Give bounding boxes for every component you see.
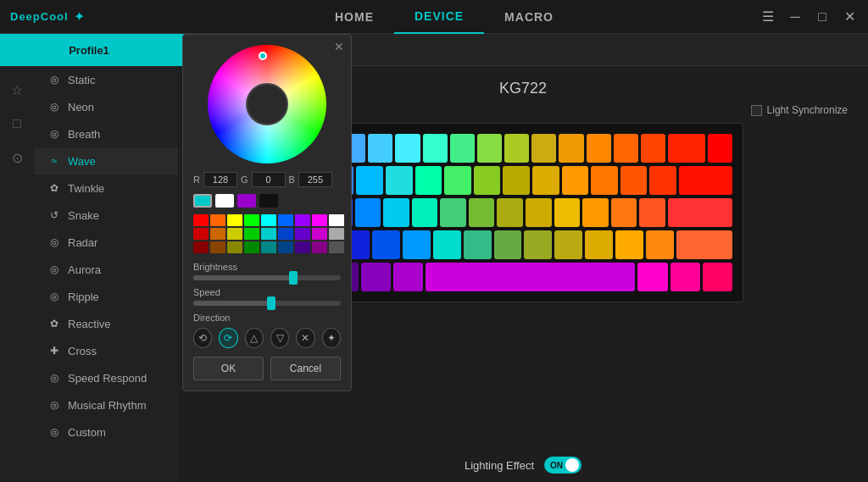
palette-cell[interactable] <box>278 214 293 226</box>
dir-btn-clockwise[interactable]: ⟳ <box>219 328 237 348</box>
key[interactable] <box>395 134 420 163</box>
key[interactable] <box>585 230 613 259</box>
palette-cell[interactable] <box>261 228 276 240</box>
palette-cell[interactable] <box>227 228 242 240</box>
lighting-toggle[interactable]: ON <box>544 457 581 474</box>
key[interactable] <box>532 166 559 195</box>
palette-cell[interactable] <box>295 214 310 226</box>
dir-btn-down[interactable]: ▽ <box>270 328 289 348</box>
sidebar-item-neon[interactable]: ◎ Neon <box>34 93 178 120</box>
key[interactable] <box>637 263 667 291</box>
key[interactable] <box>497 198 523 227</box>
key[interactable] <box>503 166 530 195</box>
palette-cell[interactable] <box>278 228 293 240</box>
palette-cell[interactable] <box>244 214 259 226</box>
key[interactable] <box>383 198 409 227</box>
key[interactable] <box>386 166 413 195</box>
dir-btn-cancel[interactable]: ✕ <box>296 328 314 348</box>
palette-cell[interactable] <box>329 241 344 253</box>
brightness-thumb[interactable] <box>289 271 298 285</box>
key[interactable] <box>559 134 583 163</box>
key[interactable] <box>433 230 461 259</box>
palette-cell[interactable] <box>329 228 344 240</box>
dialog-close-button[interactable]: ✕ <box>334 40 344 53</box>
key[interactable] <box>469 198 495 227</box>
key[interactable] <box>393 263 423 291</box>
sidebar-item-aurora[interactable]: ◎ Aurora <box>34 256 178 283</box>
nav-macro[interactable]: MACRO <box>484 0 574 34</box>
close-button[interactable]: ✕ <box>841 8 858 25</box>
key[interactable] <box>356 166 383 195</box>
key[interactable] <box>524 230 552 259</box>
g-input[interactable] <box>252 172 286 187</box>
key[interactable] <box>464 230 492 259</box>
dir-btn-custom[interactable]: ✦ <box>322 328 341 348</box>
key[interactable] <box>494 230 522 259</box>
sidebar-item-cross[interactable]: ✚ Cross <box>34 337 178 364</box>
key[interactable] <box>708 134 732 163</box>
light-sync-checkbox[interactable] <box>751 105 762 116</box>
sidebar-item-radar[interactable]: ◎ Radar <box>34 229 178 256</box>
sidebar-item-musical-rhythm[interactable]: ◎ Musical Rhythm <box>34 391 178 418</box>
sidebar-item-snake[interactable]: ↺ Snake <box>34 202 178 229</box>
key-spacebar[interactable] <box>426 263 635 291</box>
palette-cell[interactable] <box>227 241 242 253</box>
key[interactable] <box>679 166 732 195</box>
palette-cell[interactable] <box>244 228 259 240</box>
color-wheel[interactable] <box>208 45 326 163</box>
palette-cell[interactable] <box>210 241 225 253</box>
brightness-track[interactable] <box>193 275 341 280</box>
speed-thumb[interactable] <box>267 296 275 310</box>
palette-cell[interactable] <box>329 214 344 226</box>
key[interactable] <box>361 263 391 291</box>
sidebar-item-ripple[interactable]: ◎ Ripple <box>34 283 178 310</box>
palette-cell[interactable] <box>295 228 310 240</box>
key[interactable] <box>703 263 732 291</box>
preset-swatch-black[interactable] <box>259 194 278 208</box>
b-input[interactable] <box>298 172 332 187</box>
key[interactable] <box>554 230 582 259</box>
key[interactable] <box>450 134 475 163</box>
palette-cell[interactable] <box>261 214 276 226</box>
palette-cell[interactable] <box>210 228 225 240</box>
nav-home[interactable]: HOME <box>314 0 394 34</box>
key[interactable] <box>582 198 609 227</box>
key[interactable] <box>615 230 643 259</box>
dir-btn-counterclockwise[interactable]: ⟲ <box>193 328 212 348</box>
key[interactable] <box>668 134 705 163</box>
palette-cell[interactable] <box>193 228 209 240</box>
palette-cell[interactable] <box>227 214 242 226</box>
key[interactable] <box>649 166 676 195</box>
key[interactable] <box>477 134 502 163</box>
color-wheel-container[interactable] <box>208 45 326 163</box>
sidebar-item-speed-respond[interactable]: ◎ Speed Respond <box>34 364 178 391</box>
key[interactable] <box>587 134 611 163</box>
key[interactable] <box>440 198 466 227</box>
key[interactable] <box>614 134 638 163</box>
preset-swatch-purple[interactable] <box>237 194 256 208</box>
key[interactable] <box>591 166 618 195</box>
key[interactable] <box>474 166 501 195</box>
key[interactable] <box>641 134 665 163</box>
key[interactable] <box>620 166 648 195</box>
speed-track[interactable] <box>193 301 341 306</box>
preset-swatch-white[interactable] <box>215 194 234 208</box>
palette-cell[interactable] <box>244 241 259 253</box>
key[interactable] <box>504 134 529 163</box>
palette-cell[interactable] <box>261 241 276 253</box>
palette-cell[interactable] <box>193 241 209 253</box>
sidebar-item-reactive[interactable]: ✿ Reactive <box>34 310 178 337</box>
minimize-button[interactable]: ─ <box>787 9 804 25</box>
ok-button[interactable]: OK <box>193 357 264 380</box>
palette-cell[interactable] <box>312 228 327 240</box>
key[interactable] <box>611 198 637 227</box>
key[interactable] <box>676 230 732 259</box>
dir-btn-up[interactable]: △ <box>245 328 264 348</box>
sidebar-icon-target[interactable]: ⊙ <box>0 141 34 175</box>
cancel-button[interactable]: Cancel <box>270 357 341 380</box>
sidebar-item-twinkle[interactable]: ✿ Twinkle <box>34 175 178 202</box>
key[interactable] <box>368 134 392 163</box>
sidebar-item-custom[interactable]: ◎ Custom <box>34 418 178 446</box>
key[interactable] <box>668 198 732 227</box>
key[interactable] <box>526 198 552 227</box>
